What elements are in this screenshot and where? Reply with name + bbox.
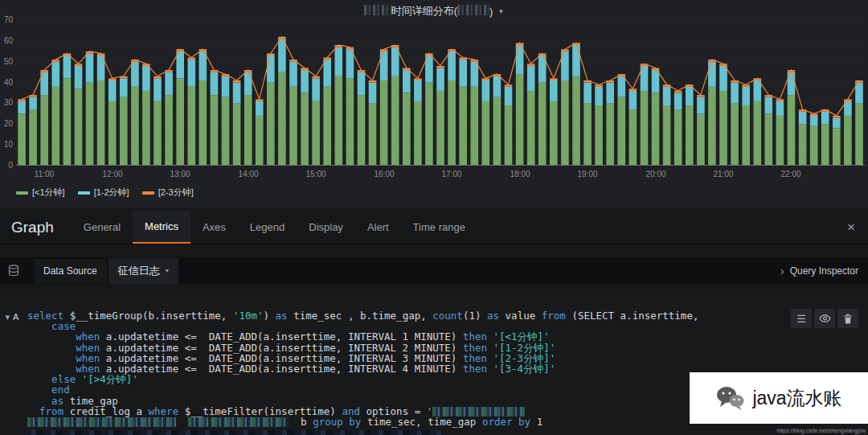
- redacted-sql-text: [432, 407, 525, 417]
- editor-tabs-bar: Graph GeneralMetricsAxesLegendDisplayAle…: [0, 211, 868, 244]
- sql-token: as: [487, 310, 506, 322]
- panel-title-text: 时间详细分布(: [391, 5, 457, 17]
- sql-token: from: [39, 405, 70, 417]
- y-axis-tick: 10: [0, 140, 13, 149]
- x-axis-tick: 11:00: [30, 170, 59, 179]
- chevron-down-icon: ▾: [166, 267, 169, 274]
- sql-token: order by: [482, 416, 537, 428]
- sql-token: '[3-4分钟]': [493, 363, 556, 375]
- x-axis-tick: 21:00: [709, 170, 738, 179]
- sql-token: count: [432, 310, 463, 322]
- query-inspector-button[interactable]: › Query Inspector: [780, 265, 858, 277]
- x-axis-tick: 18:00: [506, 170, 534, 179]
- tab-general[interactable]: General: [72, 211, 133, 244]
- sql-token: [27, 405, 39, 417]
- legend-label: [<1分钟]: [32, 187, 65, 199]
- sql-token: [176, 416, 188, 428]
- tab-display[interactable]: Display: [297, 211, 355, 244]
- watermark-text: java流水账: [752, 386, 841, 411]
- trash-icon: [843, 314, 853, 324]
- sql-token: '[>4分钟]': [82, 373, 138, 385]
- tab-metrics[interactable]: Metrics: [133, 211, 190, 244]
- eye-icon: [819, 314, 831, 323]
- datasource-select[interactable]: 征信日志 ▾: [108, 258, 178, 284]
- chart-plot: [16, 20, 865, 166]
- x-axis-tick: 19:00: [573, 170, 602, 179]
- tab-legend[interactable]: Legend: [238, 211, 297, 244]
- y-axis-tick: 60: [0, 36, 13, 45]
- redacted-bottom-line: [24, 430, 442, 435]
- x-axis-tick: 15:00: [301, 170, 330, 179]
- y-axis-tick: 0: [0, 161, 13, 170]
- panel-title[interactable]: 时间详细分布()▼: [0, 4, 868, 18]
- wechat-icon: [715, 385, 744, 411]
- sql-code-editor[interactable]: select $__timeGroup(b.inserttime, '10m')…: [27, 310, 788, 427]
- redacted-title-detail: [457, 5, 489, 15]
- sql-token: credit_log a: [70, 405, 149, 417]
- chevron-right-icon: ›: [780, 265, 784, 277]
- sql-token: b: [289, 416, 313, 428]
- sql-token: then: [463, 363, 493, 375]
- sql-token: from: [542, 310, 572, 322]
- legend-label: [2-3分钟]: [158, 187, 194, 199]
- sql-token: time_sec , b.time_gap,: [293, 310, 432, 322]
- legend-swatch: [78, 191, 90, 195]
- query-inspector-label: Query Inspector: [790, 265, 858, 277]
- sql-code-line: end: [27, 384, 788, 395]
- legend-label: [1-2分钟]: [94, 187, 129, 199]
- y-axis-tick: 40: [0, 78, 13, 87]
- sql-token: a.updatetime <= DATE_ADD(a.inserttime, I…: [106, 363, 463, 375]
- sql-token: (SELECT a.inserttime,: [571, 310, 698, 322]
- sql-code-line: else '[>4分钟]': [27, 374, 788, 384]
- graph-panel: 时间详细分布()▼ 010203040506070 11:0012:0013:0…: [0, 0, 868, 207]
- x-axis-tick: 16:00: [370, 170, 399, 179]
- query-menu-button[interactable]: ☰: [791, 309, 812, 328]
- y-axis-tick: 70: [0, 15, 13, 24]
- sql-token: ): [264, 310, 276, 322]
- legend-item[interactable]: [<1分钟]: [16, 187, 65, 199]
- datasource-value: 征信日志: [118, 264, 160, 278]
- redacted-sql-text: [188, 417, 289, 427]
- panel-title-close: ): [489, 6, 493, 18]
- legend-item[interactable]: [2-3分钟]: [142, 187, 194, 199]
- tab-time-range[interactable]: Time range: [401, 211, 477, 244]
- grafana-panel-editor: 时间详细分布()▼ 010203040506070 11:0012:0013:0…: [0, 0, 868, 435]
- datasource-label: Data Source: [34, 259, 107, 283]
- x-axis-tick: 12:00: [98, 170, 127, 179]
- sql-code-line: when a.updatetime <= DATE_ADD(a.insertti…: [27, 363, 788, 374]
- legend-swatch: [142, 191, 154, 195]
- tabs: GeneralMetricsAxesLegendDisplayAlertTime…: [72, 211, 477, 244]
- tab-alert[interactable]: Alert: [355, 211, 401, 244]
- sql-token: '10m': [233, 310, 264, 322]
- query-actions: ☰: [791, 309, 858, 328]
- query-toolbar: Data Source 征信日志 ▾ › Query Inspector: [0, 257, 868, 284]
- toggle-visibility-button[interactable]: [814, 309, 835, 328]
- redacted-title-prefix: [364, 5, 391, 15]
- sql-token: time_sec, time_gap: [367, 416, 482, 428]
- x-axis-tick: 14:00: [234, 170, 263, 179]
- delete-query-button[interactable]: [837, 309, 858, 328]
- x-axis-tick: 17:00: [437, 170, 466, 179]
- tab-axes[interactable]: Axes: [190, 211, 238, 244]
- redacted-sql-text: [27, 417, 176, 427]
- panel-menu-caret-icon[interactable]: ▼: [497, 8, 504, 15]
- legend-swatch: [16, 191, 28, 195]
- sql-token: as: [276, 310, 294, 322]
- query-collapse-toggle[interactable]: ▾A: [0, 312, 24, 322]
- sql-token: group by: [313, 416, 367, 428]
- x-axis-tick: 13:00: [166, 170, 194, 179]
- sql-token: $__timeGroup(b.inserttime,: [70, 310, 233, 322]
- y-axis-tick: 20: [0, 119, 13, 128]
- watermark-url: https://blog.csdn.net/zhengxiangjzw: [776, 428, 866, 433]
- chart-legend: [<1分钟][1-2分钟][2-3分钟]: [16, 187, 194, 199]
- close-icon[interactable]: ×: [834, 211, 868, 244]
- query-ref-letter: A: [13, 312, 18, 322]
- legend-item[interactable]: [1-2分钟]: [78, 187, 129, 199]
- sql-code-line: b group by time_sec, time_gap order by 1: [27, 417, 788, 427]
- sql-code-line: select $__timeGroup(b.inserttime, '10m')…: [27, 310, 788, 321]
- panel-type-title: Graph: [0, 211, 72, 244]
- collapse-caret-icon: ▾: [6, 312, 10, 322]
- y-axis-tick: 50: [0, 57, 13, 66]
- hamburger-icon: ☰: [796, 313, 806, 325]
- sql-token: 1: [537, 416, 543, 428]
